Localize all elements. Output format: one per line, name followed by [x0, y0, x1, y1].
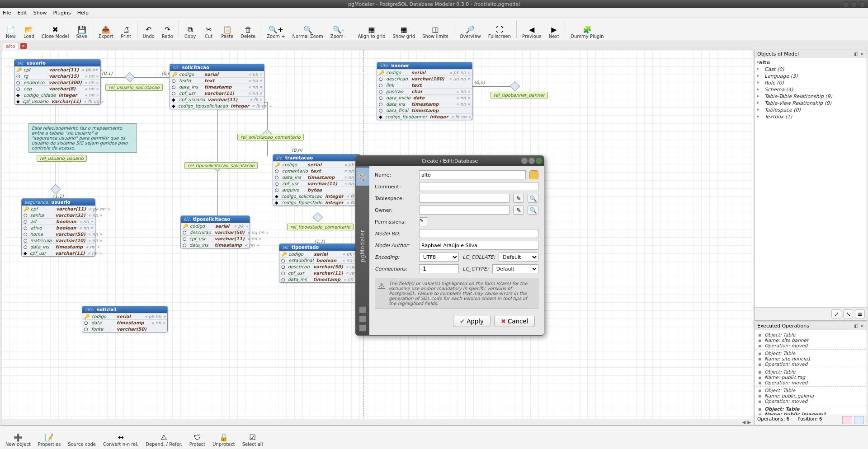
- table-solicitacao[interactable]: sic.solicitacao🔑codigoserial« pk »○texto…: [170, 64, 264, 109]
- toolbtn-load[interactable]: 📂Load: [20, 19, 38, 40]
- table-column[interactable]: 🔑codigoserial« pk »: [279, 251, 358, 257]
- cancel-button[interactable]: ✖Cancel: [494, 316, 535, 327]
- toolbtn-overview[interactable]: 🔎Overview: [456, 19, 485, 40]
- table-column[interactable]: 🔑cpfvarchar(11)« pk nn »: [14, 66, 100, 73]
- db-author-input[interactable]: [419, 241, 538, 250]
- db-modelbd-input[interactable]: [419, 229, 538, 238]
- rel-diamond[interactable]: [51, 184, 61, 195]
- table-column[interactable]: ○data_instimestamp« nn »: [279, 276, 358, 282]
- table-column[interactable]: ○data_finaltimestamp: [377, 107, 472, 113]
- table-column[interactable]: ○datatimestamp« nn »: [82, 319, 167, 326]
- objects-expand-button[interactable]: ⤢: [831, 309, 841, 318]
- table-column[interactable]: ○data_instimestamp« nn »: [170, 84, 264, 90]
- bottombtn-unprotect[interactable]: 🔓Unprotect: [209, 427, 239, 448]
- table-tipoestado[interactable]: sic.tipoestado🔑codigoserial« pk »○estado…: [279, 243, 359, 283]
- table-column[interactable]: ○descricaovarchar(50)« uq nn »: [181, 229, 250, 235]
- tree-item[interactable]: Schema (4): [755, 86, 866, 93]
- table-column[interactable]: 🔑codigoserial« pk »: [170, 71, 264, 77]
- window-minimize[interactable]: [843, 1, 849, 7]
- toolbtn-delete[interactable]: 🗑Delete: [237, 19, 259, 40]
- table-column[interactable]: ○rgvarchar(15)« nn »: [14, 73, 100, 79]
- table-column[interactable]: ◆codigo_cidadeinteger« nn »: [14, 92, 100, 98]
- toolbtn-new[interactable]: 📄New: [2, 19, 20, 40]
- bottombtn-source-code[interactable]: Source code: [64, 427, 99, 448]
- dialog-minimize[interactable]: [521, 158, 528, 164]
- menu-help[interactable]: Help: [77, 10, 89, 16]
- bottombtn-depend-refer-[interactable]: ⚠Depend. / Refer.: [142, 427, 186, 448]
- tablespace-clear-button[interactable]: ✎: [513, 194, 524, 203]
- owner-pick-button[interactable]: 🔍: [528, 206, 538, 215]
- table-column[interactable]: 🔑codigoserial« pk nn »: [377, 69, 472, 75]
- toolbtn-copy[interactable]: ⧉Copy: [181, 19, 199, 40]
- bottombtn-properties[interactable]: 📝Properties: [34, 427, 65, 448]
- table-column[interactable]: ○cepvarchar(8)« nn »: [14, 85, 100, 92]
- table-column[interactable]: ○linktext: [377, 82, 472, 88]
- apply-button[interactable]: ✔Apply: [453, 316, 491, 327]
- rel-diamond[interactable]: [313, 212, 323, 223]
- table-column[interactable]: ○estadofinalboolean« nn »: [279, 257, 358, 263]
- rel-label[interactable]: rel_usuario_usuario: [37, 155, 87, 162]
- table-column[interactable]: ◆codigo_tipoestadointeger« fk nn »: [273, 199, 360, 206]
- bottombtn-protect[interactable]: 🛡Protect: [186, 427, 209, 448]
- toolbtn-undo[interactable]: ↶Undo: [139, 19, 158, 40]
- table-column[interactable]: ○data_instimestamp« nn »: [377, 101, 472, 107]
- toolbtn-zoom-[interactable]: 🔍+Zoom +: [263, 19, 288, 40]
- rel-diamond[interactable]: [125, 72, 135, 83]
- toolbtn-save[interactable]: 💾Save: [72, 19, 91, 40]
- table-banner[interactable]: site.banner🔑codigoserial« pk nn »○descri…: [377, 62, 472, 120]
- tree-item[interactable]: Tablespace (0): [755, 107, 866, 113]
- table-column[interactable]: ○senhavarchar(32)« nn »: [22, 212, 95, 218]
- table-usuario[interactable]: seguranca.usuario🔑cpfvarchar(11)« pk nn …: [21, 198, 95, 257]
- tree-item[interactable]: Table-View Relationship (0): [755, 100, 866, 107]
- table-column[interactable]: 🔑cpfvarchar(11)« pk nn »: [22, 206, 95, 212]
- table-column[interactable]: ○cpf_usrvarchar(11)« nn »: [279, 270, 358, 276]
- table-column[interactable]: ◆cpf_usrvarchar(11)« nn »: [22, 250, 95, 256]
- bottombtn-new-object[interactable]: ➕New object: [2, 427, 34, 448]
- canvas-scrollbar-h[interactable]: ◀▶: [1, 419, 753, 425]
- toolbtn-redo[interactable]: ↷Redo: [158, 19, 177, 40]
- op-group[interactable]: Object: TableName: public.tagOperation: …: [755, 368, 866, 387]
- toolbtn-show-grid[interactable]: ▦Show grid: [389, 19, 419, 40]
- toolbtn-dummy-plugin[interactable]: 🧩Dummy Plugin: [567, 19, 607, 40]
- toolbtn-normal-zoom[interactable]: 🔍Normal Zoom: [289, 19, 327, 40]
- toolbtn-next[interactable]: ▶Next: [545, 19, 563, 40]
- table-column[interactable]: ○data_instimestamp« nn »: [22, 243, 95, 250]
- db-collate-select[interactable]: Default: [499, 253, 538, 262]
- permissions-edit-button[interactable]: ✎: [419, 217, 428, 226]
- table-column[interactable]: ○data_instimestamp« nn »: [181, 242, 250, 248]
- tree-item[interactable]: Table-Table Relationship (9): [755, 93, 866, 100]
- panel-float-icon[interactable]: ◧: [854, 323, 858, 328]
- dialog-maximize[interactable]: [528, 158, 535, 164]
- table-column[interactable]: ○matriculavarchar(10)« nn »: [22, 237, 95, 243]
- dialog-close[interactable]: [536, 158, 542, 164]
- panel-close-icon[interactable]: ✕: [860, 323, 864, 328]
- menu-show[interactable]: Show: [33, 10, 47, 16]
- toolbtn-align-to-grid[interactable]: ▦Align to grid: [354, 19, 389, 40]
- table-column[interactable]: ○enderecovarchar(300)« nn »: [14, 79, 100, 85]
- bottombtn-convert-n-n-rel-[interactable]: ↔Convert n-n rel.: [99, 427, 142, 448]
- objects-collapse-button[interactable]: ⤡: [843, 309, 853, 318]
- table-column[interactable]: ○cpf_usrvarchar(11)« nn »: [170, 90, 264, 96]
- menu-file[interactable]: File: [3, 10, 11, 16]
- toolbtn-export[interactable]: 📤Export: [95, 19, 117, 40]
- table-column[interactable]: ○data_instimestamp« nn »: [273, 174, 360, 180]
- rel-diamond[interactable]: [510, 81, 520, 92]
- tablespace-pick-button[interactable]: 🔍: [528, 194, 538, 203]
- owner-clear-button[interactable]: ✎: [513, 206, 524, 215]
- table-usuario[interactable]: sic.usuario🔑cpfvarchar(11)« pk nn »○rgva…: [14, 59, 101, 105]
- op-group[interactable]: Object: TableName: site.bannerOperation:…: [755, 331, 866, 350]
- objects-list-button[interactable]: ≡: [855, 309, 865, 318]
- ops-redo-button[interactable]: [854, 416, 864, 424]
- toolbtn-fullscreen[interactable]: ⛶Fullscreen: [485, 19, 514, 40]
- tree-item[interactable]: Language (3): [755, 73, 866, 80]
- table-column[interactable]: ◆codigo_tipobannerinteger« fk nn »: [377, 113, 472, 120]
- op-group[interactable]: Object: TableName: public.galeriaOperati…: [755, 387, 866, 405]
- ops-undo-button[interactable]: [842, 416, 852, 424]
- db-name-input[interactable]: [419, 170, 526, 179]
- table-column[interactable]: ○descricaovarchar(50)« uq nn »: [279, 263, 358, 270]
- toolbtn-print[interactable]: 🖨Print: [117, 19, 135, 40]
- table-column[interactable]: ○descricaovarchar(100)« uq nn »: [377, 75, 472, 82]
- rel-label[interactable]: rel_tipoestado_comentario: [287, 224, 354, 230]
- tree-item[interactable]: Textbox (1): [755, 113, 866, 120]
- bottombtn-select-all[interactable]: ☑Select all: [239, 427, 267, 448]
